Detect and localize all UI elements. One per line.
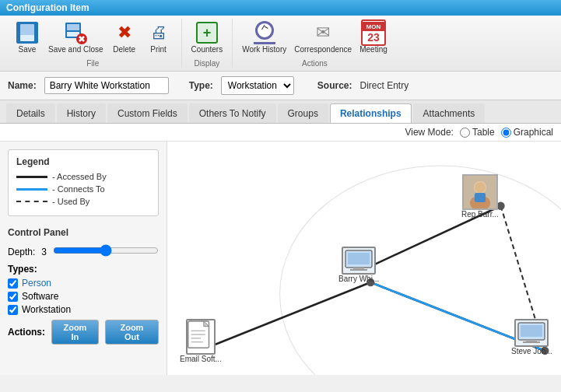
email-soft-node[interactable]: Email Soft... bbox=[180, 319, 222, 363]
zoom-out-button[interactable]: Zoom Out bbox=[105, 320, 159, 345]
delete-button[interactable]: ✖ Delete bbox=[108, 19, 141, 56]
svg-rect-19 bbox=[348, 253, 370, 264]
display-buttons: + Counters bbox=[188, 19, 226, 56]
barry-white-label: Barry Whi... bbox=[338, 275, 379, 283]
type-label: Type: bbox=[189, 80, 213, 91]
depth-slider[interactable] bbox=[53, 244, 159, 257]
type-workstation-label: Workstation bbox=[22, 304, 71, 315]
meeting-icon: MON 23 bbox=[361, 20, 386, 45]
meeting-label: Meeting bbox=[359, 45, 387, 54]
svg-point-23 bbox=[475, 182, 486, 193]
dotted-line bbox=[16, 201, 47, 202]
depth-row: Depth: 3 bbox=[8, 244, 159, 259]
correspondence-icon: ✉ bbox=[310, 20, 335, 45]
depth-label: Depth: bbox=[8, 247, 35, 257]
types-section: Types: Person Software Workstation bbox=[8, 264, 159, 315]
action-buttons: Work History ✉ Correspondence MON 23 Mee… bbox=[239, 19, 391, 56]
table-radio[interactable] bbox=[460, 128, 470, 138]
depth-value: 3 bbox=[41, 247, 47, 257]
graphical-radio-option[interactable]: Graphical bbox=[501, 127, 553, 138]
toolbar-group-actions: Work History ✉ Correspondence MON 23 Mee… bbox=[233, 19, 397, 68]
control-panel-title: Control Panel bbox=[8, 227, 159, 238]
graphical-radio[interactable] bbox=[501, 128, 511, 138]
main-content: Legend - Accessed By - Connects To - Use… bbox=[0, 142, 561, 375]
zoom-in-button[interactable]: Zoom In bbox=[51, 320, 99, 345]
file-group-label: File bbox=[86, 59, 99, 68]
table-radio-label: Table bbox=[472, 127, 495, 138]
control-panel: Control Panel Depth: 3 Types: Person Sof… bbox=[8, 224, 159, 345]
legend-connects-to: - Connects To bbox=[16, 184, 150, 194]
form-area: Name: Type: Workstation Server Laptop De… bbox=[0, 72, 561, 100]
counters-button[interactable]: + Counters bbox=[188, 19, 226, 56]
toolbar: Save Save and Close ✖ Delete bbox=[0, 16, 561, 72]
type-person-checkbox[interactable] bbox=[8, 278, 18, 289]
rep-barr-node[interactable]: Rep Barr... bbox=[461, 174, 499, 219]
save-close-button[interactable]: Save and Close bbox=[45, 19, 107, 56]
tab-history[interactable]: History bbox=[57, 103, 106, 123]
legend-used-by: - Used By bbox=[16, 197, 150, 206]
connects-to-label: - Connects To bbox=[52, 184, 105, 194]
actions-label: Actions: bbox=[8, 327, 45, 338]
name-label: Name: bbox=[8, 80, 37, 91]
types-label: Types: bbox=[8, 264, 159, 275]
legend-title: Legend bbox=[16, 156, 150, 167]
tab-relationships[interactable]: Relationships bbox=[330, 103, 412, 123]
graph-area: Barry Whi... Rep Barr... bbox=[167, 142, 561, 375]
type-select-wrap: Workstation Server Laptop Desktop bbox=[221, 76, 294, 95]
email-soft-label: Email Soft... bbox=[180, 355, 222, 363]
left-panel: Legend - Accessed By - Connects To - Use… bbox=[0, 142, 167, 375]
display-group-label: Display bbox=[195, 59, 220, 68]
type-workstation-item: Workstation bbox=[8, 304, 159, 315]
tab-others-to-notify[interactable]: Others To Notify bbox=[189, 103, 276, 123]
print-label: Print bbox=[150, 45, 167, 54]
type-software-item: Software bbox=[8, 291, 159, 302]
print-icon: 🖨 bbox=[146, 20, 171, 45]
svg-rect-1 bbox=[67, 24, 79, 30]
save-icon bbox=[15, 20, 40, 45]
type-software-checkbox[interactable] bbox=[8, 292, 18, 302]
save-button[interactable]: Save bbox=[11, 19, 44, 56]
tab-groups[interactable]: Groups bbox=[278, 103, 328, 123]
work-history-icon bbox=[252, 20, 277, 45]
file-buttons: Save Save and Close ✖ Delete bbox=[11, 19, 175, 56]
title-label: Configuration Item bbox=[6, 2, 89, 13]
type-workstation-checkbox[interactable] bbox=[8, 305, 18, 315]
used-by-label: - Used By bbox=[52, 197, 89, 206]
document-icon bbox=[186, 319, 216, 355]
title-bar: Configuration Item bbox=[0, 0, 561, 16]
svg-rect-24 bbox=[475, 193, 486, 202]
tabs-bar: Details History Custom Fields Others To … bbox=[0, 100, 561, 124]
type-select[interactable]: Workstation Server Laptop Desktop bbox=[221, 76, 294, 95]
work-history-button[interactable]: Work History bbox=[239, 19, 289, 56]
tab-attachments[interactable]: Attachments bbox=[413, 103, 486, 123]
tab-details[interactable]: Details bbox=[6, 103, 55, 123]
graphical-radio-label: Graphical bbox=[514, 127, 553, 138]
table-radio-option[interactable]: Table bbox=[460, 127, 495, 138]
steve-joh-label: Steve Joh... bbox=[511, 347, 552, 355]
svg-line-7 bbox=[199, 282, 370, 351]
legend-box: Legend - Accessed By - Connects To - Use… bbox=[8, 149, 159, 216]
correspondence-button[interactable]: ✉ Correspondence bbox=[291, 19, 355, 56]
rep-barr-label: Rep Barr... bbox=[461, 210, 499, 219]
meeting-button[interactable]: MON 23 Meeting bbox=[356, 19, 391, 56]
save-close-label: Save and Close bbox=[48, 45, 103, 54]
work-history-label: Work History bbox=[242, 45, 286, 54]
toolbar-group-display: + Counters Display bbox=[182, 19, 233, 68]
print-button[interactable]: 🖨 Print bbox=[142, 19, 175, 56]
solid-black-line bbox=[16, 176, 47, 178]
type-software-label: Software bbox=[22, 291, 58, 302]
actions-group-label: Actions bbox=[302, 59, 328, 68]
steve-joh-node[interactable]: Steve Joh... bbox=[511, 319, 552, 355]
depth-slider-wrap bbox=[53, 244, 159, 259]
name-input[interactable] bbox=[44, 77, 169, 94]
barry-white-node[interactable]: Barry Whi... bbox=[338, 247, 379, 283]
type-person-label: Person bbox=[22, 278, 51, 289]
counters-label: Counters bbox=[191, 45, 223, 54]
solid-blue-line bbox=[16, 188, 47, 191]
steve-workstation-icon bbox=[514, 319, 549, 347]
view-mode-label: View Mode: bbox=[405, 127, 453, 138]
rep-barr-avatar bbox=[462, 174, 498, 210]
delete-icon: ✖ bbox=[112, 20, 137, 45]
workstation-icon bbox=[342, 247, 376, 275]
tab-custom-fields[interactable]: Custom Fields bbox=[107, 103, 188, 123]
